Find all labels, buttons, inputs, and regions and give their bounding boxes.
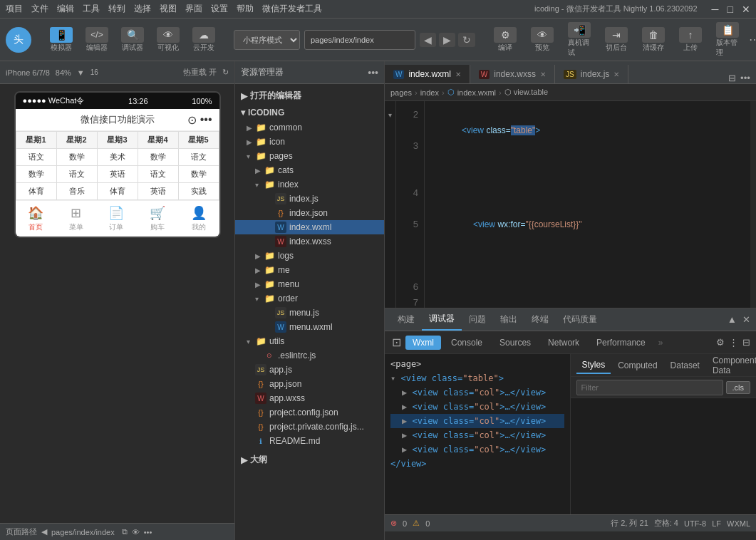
tree-eslint[interactable]: ⊙ .eslintrc.js: [235, 348, 384, 363]
fold-arrow-2[interactable]: ▾: [385, 107, 395, 123]
panel-tab-sources[interactable]: Sources: [492, 335, 538, 351]
menu-item-file[interactable]: 文件: [31, 3, 48, 15]
editor-button[interactable]: </> 编辑器: [81, 24, 113, 56]
nav-home[interactable]: 🏠 首页: [28, 205, 43, 232]
tree-logs[interactable]: ▶ 📁 logs: [235, 249, 384, 263]
tree-cats[interactable]: ▶ 📁 cats: [235, 163, 384, 177]
devtools-tab-output[interactable]: 输出: [493, 309, 524, 330]
code-content[interactable]: <view class="table"> <view wx:for="{{cou…: [425, 101, 750, 308]
tab-js-close[interactable]: ✕: [613, 71, 619, 78]
refresh-btn[interactable]: ↻: [458, 33, 475, 47]
more-icon[interactable]: •••: [200, 113, 212, 126]
nav-menu[interactable]: ⊞ 菜单: [69, 205, 83, 232]
code-scrollbar[interactable]: [750, 101, 756, 308]
simulator-button[interactable]: 📱 模拟器: [46, 24, 77, 56]
devtools-tab-build[interactable]: 构建: [390, 309, 422, 330]
tab-wxml-close[interactable]: ✕: [455, 71, 461, 78]
panel-tab-wxml[interactable]: Wxml: [405, 336, 441, 350]
panel-tab-console[interactable]: Console: [444, 335, 490, 351]
upload-button[interactable]: ↑ 上传: [675, 24, 706, 56]
open-editors-header[interactable]: ▶ 打开的编辑器: [235, 87, 384, 105]
devtools-tab-debug[interactable]: 调试器: [422, 308, 462, 331]
version-button[interactable]: 📋 版本管理: [712, 19, 743, 61]
tree-index-wxml[interactable]: W index.wxml: [235, 220, 384, 234]
visual-button[interactable]: 👁 可视化: [152, 24, 184, 56]
devtools-close-btn[interactable]: ✕: [742, 314, 750, 325]
avatar[interactable]: 头: [6, 27, 31, 53]
menu-item-interface[interactable]: 界面: [185, 3, 202, 15]
tree-menu-js[interactable]: JS menu.js: [235, 306, 384, 320]
style-tab-component[interactable]: Component Data: [707, 354, 756, 378]
tab-wxss-close[interactable]: ✕: [540, 71, 546, 78]
devtools-tab-terminal[interactable]: 终端: [524, 309, 556, 330]
split-editor-btn[interactable]: ⊟: [728, 73, 736, 83]
tree-project-private[interactable]: {} project.private.config.js...: [235, 420, 384, 434]
window-close[interactable]: ✕: [742, 4, 750, 15]
path-forward-btn[interactable]: ▶: [439, 33, 455, 47]
copy-icon[interactable]: ⧉: [122, 527, 128, 536]
backend-button[interactable]: ⇥ 切后台: [601, 24, 632, 56]
reload-icon[interactable]: ↻: [222, 68, 229, 77]
eye-icon[interactable]: 👁: [132, 528, 140, 536]
devtools-tab-quality[interactable]: 代码质量: [556, 309, 604, 330]
tree-icon[interactable]: ▶ 📁 icon: [235, 135, 384, 149]
file-more-btn[interactable]: •••: [368, 67, 378, 78]
nav-cart[interactable]: 🛒 购车: [150, 205, 165, 232]
breadcrumb-index[interactable]: index: [420, 88, 439, 97]
wxml-node-page[interactable]: <page>: [390, 357, 564, 371]
tree-menu-wxml[interactable]: W menu.wxml: [235, 320, 384, 334]
window-minimize[interactable]: ─: [712, 4, 719, 15]
real-device-button[interactable]: 📲 真机调试: [564, 19, 595, 61]
style-tab-styles[interactable]: Styles: [576, 357, 611, 374]
wxml-node-col-1[interactable]: ▶ <view class="col">…</view>: [390, 385, 564, 400]
window-maximize[interactable]: □: [727, 4, 733, 15]
preview-button[interactable]: 👁 预览: [527, 24, 558, 56]
tree-utils[interactable]: ▾ 📁 utils: [235, 334, 384, 348]
path-back-btn[interactable]: ◀: [420, 33, 436, 47]
tree-menu[interactable]: ▶ 📁 menu: [235, 277, 384, 291]
tree-pages[interactable]: ▾ 📁 pages: [235, 149, 384, 163]
cloud-button[interactable]: ☁ 云开发: [188, 24, 219, 56]
wxml-node-col-5[interactable]: ▶ <view class="col">…</view>: [390, 442, 564, 457]
tree-index-wxss[interactable]: W index.wxss: [235, 234, 384, 249]
tab-index-js[interactable]: JS index.js ✕: [555, 65, 628, 83]
tree-project-config[interactable]: {} project.config.json: [235, 405, 384, 420]
tree-index-js[interactable]: JS index.js: [235, 192, 384, 206]
tree-app-wxss[interactable]: W app.wxss: [235, 391, 384, 405]
compile-button[interactable]: ⚙ 编译: [490, 24, 521, 56]
tree-order[interactable]: ▾ 📁 order: [235, 291, 384, 306]
menu-item-tools[interactable]: 工具: [83, 3, 100, 15]
panel-tab-network[interactable]: Network: [541, 335, 586, 351]
breadcrumb-pages[interactable]: pages: [390, 88, 412, 97]
devtools-expand-btn[interactable]: ▲: [727, 314, 737, 325]
tab-index-wxml[interactable]: W index.wxml ✕: [385, 65, 470, 83]
nav-order[interactable]: 📄 订单: [108, 205, 124, 232]
menu-item-settings[interactable]: 设置: [211, 3, 228, 15]
wxml-node-col-3[interactable]: ▶ <view class="col">…</view>: [390, 414, 564, 428]
style-tab-dataset[interactable]: Dataset: [665, 358, 705, 373]
menu-item-project[interactable]: 项目: [6, 3, 23, 15]
tree-index-folder[interactable]: ▾ 📁 index: [235, 177, 384, 192]
breadcrumb-symbol[interactable]: ⬡ view.table: [504, 88, 548, 97]
wxml-node-col-2[interactable]: ▶ <view class="col">…</view>: [390, 400, 564, 414]
hot-reload-label[interactable]: 热重载 开: [183, 67, 217, 78]
more-options-btn[interactable]: ⋯: [749, 33, 756, 46]
panel-more[interactable]: »: [656, 338, 666, 348]
styles-filter-input[interactable]: [576, 380, 723, 395]
nav-profile[interactable]: 👤 我的: [191, 205, 207, 232]
clear-button[interactable]: 🗑 清缓存: [638, 24, 669, 56]
tab-index-wxss[interactable]: W index.wxss ✕: [470, 65, 555, 83]
tree-readme[interactable]: ℹ README.md: [235, 434, 384, 448]
devtools-more-btn[interactable]: ⋮: [729, 337, 738, 348]
menu-item-goto[interactable]: 转到: [108, 3, 125, 15]
menu-item-edit[interactable]: 编辑: [57, 3, 74, 15]
style-tab-computed[interactable]: Computed: [612, 358, 663, 373]
devtools-tab-issue[interactable]: 问题: [462, 309, 493, 330]
wxml-node-table[interactable]: ▾ <view class="table">: [390, 371, 564, 385]
tree-app-js[interactable]: JS app.js: [235, 363, 384, 377]
mode-select[interactable]: 小程序模式: [234, 30, 300, 50]
menu-item-select[interactable]: 选择: [134, 3, 151, 15]
path-input[interactable]: [304, 30, 415, 50]
devtools-settings-btn[interactable]: ⚙: [716, 337, 725, 348]
breadcrumb-file[interactable]: index.wxml: [457, 88, 496, 97]
